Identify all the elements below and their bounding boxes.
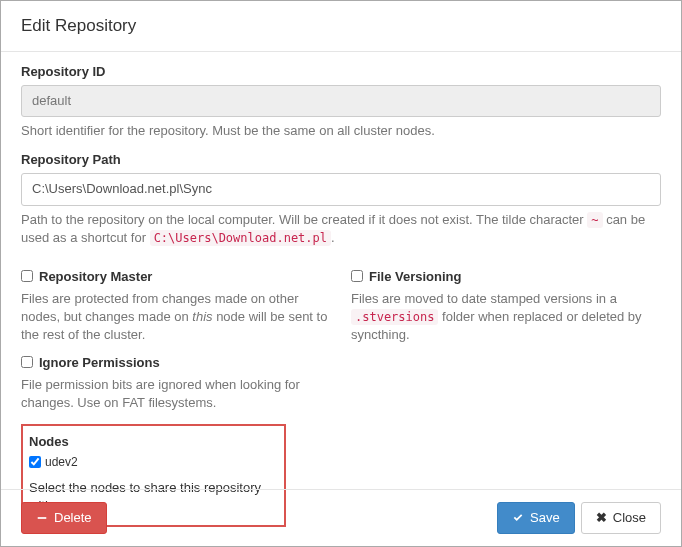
repo-path-help-code: C:\Users\Download.net.pl bbox=[150, 230, 331, 246]
check-icon bbox=[512, 512, 524, 524]
close-button[interactable]: ✖ Close bbox=[581, 502, 661, 534]
repo-path-help-suffix: . bbox=[331, 230, 335, 245]
close-button-label: Close bbox=[613, 509, 646, 527]
repository-id-input[interactable] bbox=[21, 85, 661, 117]
repository-master-group: Repository Master Files are protected fr… bbox=[21, 269, 331, 345]
repository-master-help: Files are protected from changes made on… bbox=[21, 290, 331, 345]
repository-master-label: Repository Master bbox=[39, 269, 152, 284]
repository-id-group: Repository ID Short identifier for the r… bbox=[21, 64, 661, 140]
node-name: udev2 bbox=[45, 455, 78, 469]
repo-path-help-prefix: Path to the repository on the local comp… bbox=[21, 212, 587, 227]
modal-header: Edit Repository bbox=[1, 1, 681, 52]
file-versioning-help-code: .stversions bbox=[351, 309, 438, 325]
file-versioning-group: File Versioning Files are moved to date … bbox=[351, 269, 661, 345]
node-checkbox-udev2[interactable] bbox=[29, 456, 41, 468]
ignore-permissions-checkbox[interactable] bbox=[21, 356, 33, 368]
save-button[interactable]: Save bbox=[497, 502, 575, 534]
modal-title: Edit Repository bbox=[21, 16, 661, 36]
file-versioning-label: File Versioning bbox=[369, 269, 461, 284]
ignore-permissions-help: File permission bits are ignored when lo… bbox=[21, 376, 341, 412]
repository-id-label: Repository ID bbox=[21, 64, 661, 79]
options-row: Repository Master Files are protected fr… bbox=[21, 269, 661, 345]
file-versioning-checkbox[interactable] bbox=[351, 270, 363, 282]
repository-master-checkbox[interactable] bbox=[21, 270, 33, 282]
close-icon: ✖ bbox=[596, 509, 607, 527]
ignore-permissions-label: Ignore Permissions bbox=[39, 355, 160, 370]
repo-master-help-em: this bbox=[192, 309, 212, 324]
repo-path-help-tilde: ~ bbox=[587, 212, 602, 228]
modal-body: Repository ID Short identifier for the r… bbox=[1, 52, 681, 539]
save-button-label: Save bbox=[530, 509, 560, 527]
minus-icon bbox=[36, 512, 48, 524]
repository-id-help: Short identifier for the repository. Mus… bbox=[21, 122, 661, 140]
svg-rect-0 bbox=[38, 517, 47, 519]
modal-footer: Delete Save ✖ Close bbox=[1, 489, 681, 546]
delete-button[interactable]: Delete bbox=[21, 502, 107, 534]
repository-path-input[interactable] bbox=[21, 173, 661, 205]
node-item: udev2 bbox=[29, 455, 278, 469]
repository-path-label: Repository Path bbox=[21, 152, 661, 167]
edit-repository-modal: Edit Repository Repository ID Short iden… bbox=[0, 0, 682, 547]
repository-path-group: Repository Path Path to the repository o… bbox=[21, 152, 661, 247]
delete-button-label: Delete bbox=[54, 509, 92, 527]
nodes-label: Nodes bbox=[29, 434, 278, 449]
file-versioning-help-prefix: Files are moved to date stamped versions… bbox=[351, 291, 617, 306]
ignore-permissions-group: Ignore Permissions File permission bits … bbox=[21, 355, 341, 412]
repository-path-help: Path to the repository on the local comp… bbox=[21, 211, 661, 247]
file-versioning-help: Files are moved to date stamped versions… bbox=[351, 290, 661, 345]
